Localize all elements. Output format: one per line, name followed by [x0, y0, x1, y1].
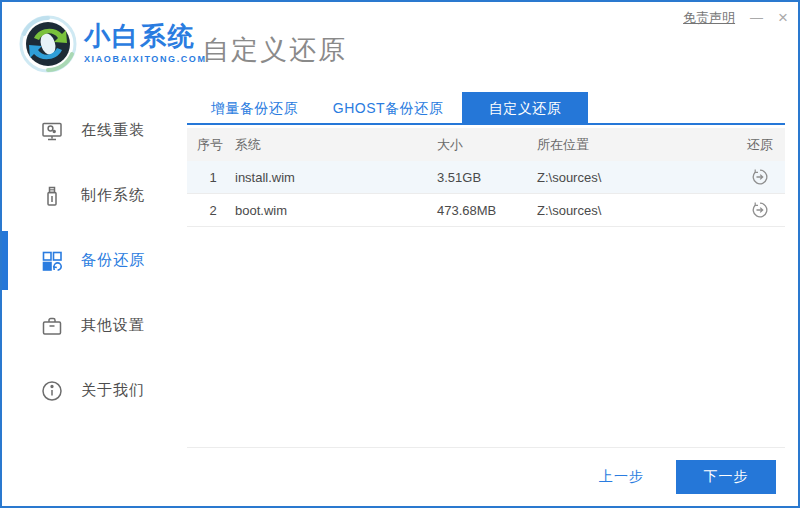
next-step-button[interactable]: 下一步	[676, 460, 776, 494]
cell-size: 3.51GB	[437, 170, 537, 185]
sidebar-item-label: 在线重装	[81, 121, 145, 140]
monitor-icon	[40, 119, 64, 143]
previous-step-button[interactable]: 上一步	[599, 468, 644, 486]
sidebar: 在线重装 制作系统	[2, 88, 187, 506]
page-title: 自定义还原	[202, 32, 347, 68]
brand-domain: XIAOBAIXITONG.COM	[84, 54, 207, 64]
app-window: 小白系统 XIAOBAIXITONG.COM 自定义还原 免责声明 — ×	[0, 0, 800, 508]
sidebar-item-other-settings[interactable]: 其他设置	[2, 293, 187, 358]
tab-bar: 增量备份还原 GHOST备份还原 自定义还原	[187, 92, 785, 125]
sidebar-item-make-system[interactable]: 制作系统	[2, 163, 187, 228]
footer: 上一步 下一步	[187, 447, 785, 506]
cell-size: 473.68MB	[437, 203, 537, 218]
cell-index: 1	[187, 170, 235, 185]
restore-icon[interactable]	[749, 199, 771, 221]
disclaimer-link[interactable]: 免责声明	[683, 9, 735, 27]
backup-table: 序号 系统 大小 所在位置 还原 1 install.wim 3.51GB Z:…	[187, 128, 785, 227]
cell-location: Z:\sources\	[537, 203, 710, 218]
window-controls: 免责声明 — ×	[683, 9, 788, 27]
cell-system: install.wim	[235, 170, 437, 185]
brand-text: 小白系统 XIAOBAIXITONG.COM	[84, 21, 207, 64]
table-header-row: 序号 系统 大小 所在位置 还原	[187, 128, 785, 161]
cell-system: boot.wim	[235, 203, 437, 218]
column-header-size: 大小	[437, 136, 537, 154]
column-header-index: 序号	[187, 136, 235, 154]
column-header-system: 系统	[235, 136, 437, 154]
brand-name: 小白系统	[84, 21, 207, 51]
sidebar-item-label: 关于我们	[81, 381, 145, 400]
close-icon[interactable]: ×	[778, 9, 788, 27]
sidebar-item-label: 制作系统	[81, 186, 145, 205]
minimize-icon[interactable]: —	[750, 9, 763, 27]
column-header-location: 所在位置	[537, 136, 710, 154]
info-icon	[40, 379, 64, 403]
brand-logo-icon	[18, 14, 78, 74]
body: 在线重装 制作系统	[2, 88, 798, 506]
sidebar-item-backup-restore[interactable]: 备份还原	[2, 228, 187, 293]
sidebar-item-label: 备份还原	[81, 251, 145, 270]
restore-icon[interactable]	[749, 166, 771, 188]
sidebar-item-online-reinstall[interactable]: 在线重装	[2, 98, 187, 163]
tab-ghost-backup-restore[interactable]: GHOST备份还原	[326, 92, 450, 123]
usb-drive-icon	[40, 184, 64, 208]
header: 小白系统 XIAOBAIXITONG.COM 自定义还原 免责声明 — ×	[2, 2, 798, 88]
tab-incremental-backup-restore[interactable]: 增量备份还原	[197, 92, 312, 123]
main-content: 增量备份还原 GHOST备份还原 自定义还原 序号 系统 大小 所在位置 还原 …	[187, 88, 798, 506]
cell-index: 2	[187, 203, 235, 218]
sidebar-item-about-us[interactable]: 关于我们	[2, 358, 187, 423]
briefcase-icon	[40, 314, 64, 338]
sidebar-item-label: 其他设置	[81, 316, 145, 335]
table-row: 1 install.wim 3.51GB Z:\sources\	[187, 161, 785, 194]
table-row: 2 boot.wim 473.68MB Z:\sources\	[187, 194, 785, 227]
cell-location: Z:\sources\	[537, 170, 710, 185]
backup-grid-icon	[40, 249, 64, 273]
tab-custom-restore[interactable]: 自定义还原	[462, 92, 588, 123]
column-header-restore: 还原	[710, 136, 785, 154]
